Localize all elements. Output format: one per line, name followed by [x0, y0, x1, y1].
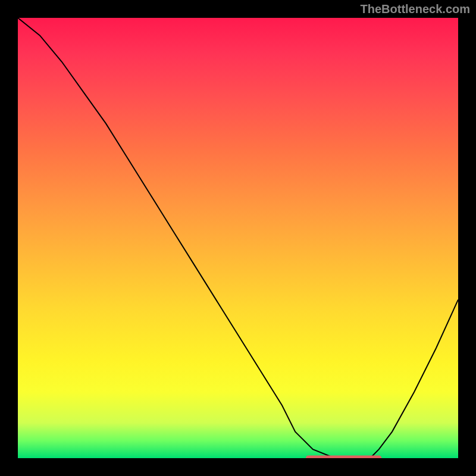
watermark-text: TheBottleneck.com	[361, 2, 470, 16]
bottleneck-curve-svg	[18, 18, 458, 458]
chart-plot-area	[18, 18, 458, 458]
bottleneck-curve-path	[18, 18, 458, 458]
